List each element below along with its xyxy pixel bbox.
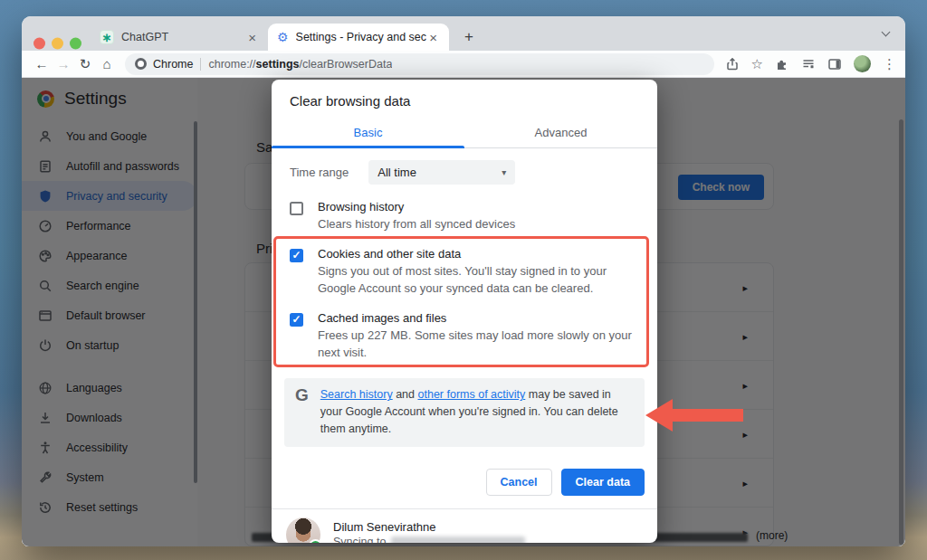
close-icon[interactable]: × xyxy=(426,30,440,45)
chatgpt-icon: ∗ xyxy=(100,30,114,44)
browser-window: ∗ ChatGPT × ⚙ Settings - Privacy and sec… xyxy=(22,16,905,546)
tab-title: ChatGPT xyxy=(121,31,245,43)
home-icon[interactable]: ⌂ xyxy=(96,56,118,71)
minimize-window-button[interactable] xyxy=(52,38,63,50)
page-content: Settings You and Google Autofill and pas… xyxy=(22,78,905,546)
browser-toolbar: ← → ↻ ⌂ Chrome chrome://settings/clearBr… xyxy=(22,51,905,78)
traffic-lights xyxy=(33,38,81,50)
time-range-label: Time range xyxy=(290,166,349,179)
desktop-wallpaper: ∗ ChatGPT × ⚙ Settings - Privacy and sec… xyxy=(0,0,927,560)
close-window-button[interactable] xyxy=(33,38,45,50)
tab-settings[interactable]: ⚙ Settings - Privacy and security × xyxy=(268,24,449,51)
chrome-icon xyxy=(135,58,147,70)
dialog-title: Clear browsing data xyxy=(272,80,657,119)
gear-icon: ⚙ xyxy=(277,31,289,43)
clear-data-button[interactable]: Clear data xyxy=(561,469,645,496)
side-panel-icon[interactable] xyxy=(827,57,842,71)
address-bar[interactable]: Chrome chrome://settings/clearBrowserDat… xyxy=(125,53,714,75)
zoom-window-button[interactable] xyxy=(70,38,81,50)
bookmark-star-icon[interactable]: ☆ xyxy=(751,57,763,71)
tab-advanced[interactable]: Advanced xyxy=(464,119,657,147)
close-icon[interactable]: × xyxy=(245,30,259,45)
reading-list-icon[interactable] xyxy=(801,57,816,71)
profile-avatar[interactable] xyxy=(854,55,871,72)
back-icon[interactable]: ← xyxy=(31,56,53,71)
option-browsing-history[interactable]: Browsing history Clears history from all… xyxy=(290,192,639,239)
tab-basic[interactable]: Basic xyxy=(272,119,464,147)
time-range-select[interactable]: All time ▾ xyxy=(368,160,515,185)
syncing-to-label: Syncing to xyxy=(333,536,386,543)
blurred-email xyxy=(391,536,525,543)
google-account-note: G Search history and other forms of acti… xyxy=(284,378,645,446)
account-section: ↻ Dilum Senevirathne Syncing to xyxy=(272,508,657,543)
account-name: Dilum Senevirathne xyxy=(333,520,525,534)
chevron-down-icon: ▾ xyxy=(502,167,506,177)
tab-chatgpt[interactable]: ∗ ChatGPT × xyxy=(91,24,268,51)
checkbox-checked[interactable]: ✓ xyxy=(290,313,303,327)
clear-browsing-data-dialog: Clear browsing data Basic Advanced Time … xyxy=(272,80,657,543)
dialog-tabs: Basic Advanced xyxy=(272,119,657,148)
option-cookies[interactable]: ✓ Cookies and other site data Signs you … xyxy=(290,239,639,303)
highlighted-options-group: ✓ Cookies and other site data Signs you … xyxy=(290,239,639,367)
share-icon[interactable] xyxy=(725,57,740,71)
other-forms-of-activity-link[interactable]: other forms of activity xyxy=(418,388,526,401)
google-g-icon: G xyxy=(295,386,309,437)
extensions-puzzle-icon[interactable] xyxy=(775,57,789,71)
kebab-menu-icon[interactable]: ⋮ xyxy=(883,57,896,71)
checkbox-checked[interactable]: ✓ xyxy=(290,249,303,262)
tab-strip: ∗ ChatGPT × ⚙ Settings - Privacy and sec… xyxy=(22,16,905,51)
option-cached-images[interactable]: ✓ Cached images and files Frees up 227 M… xyxy=(290,303,639,367)
url-text: chrome://settings/clearBrowserData xyxy=(208,58,392,71)
tab-search-chevron-icon[interactable] xyxy=(883,29,891,37)
search-engine-label: Chrome xyxy=(153,58,193,71)
checkbox-unchecked[interactable] xyxy=(290,202,303,215)
tab-title: Settings - Privacy and security xyxy=(296,31,427,43)
new-tab-button[interactable]: + xyxy=(456,24,482,50)
cancel-button[interactable]: Cancel xyxy=(486,469,552,496)
search-history-link[interactable]: Search history xyxy=(320,388,393,401)
forward-icon[interactable]: → xyxy=(53,56,74,71)
reload-icon[interactable]: ↻ xyxy=(74,56,96,72)
